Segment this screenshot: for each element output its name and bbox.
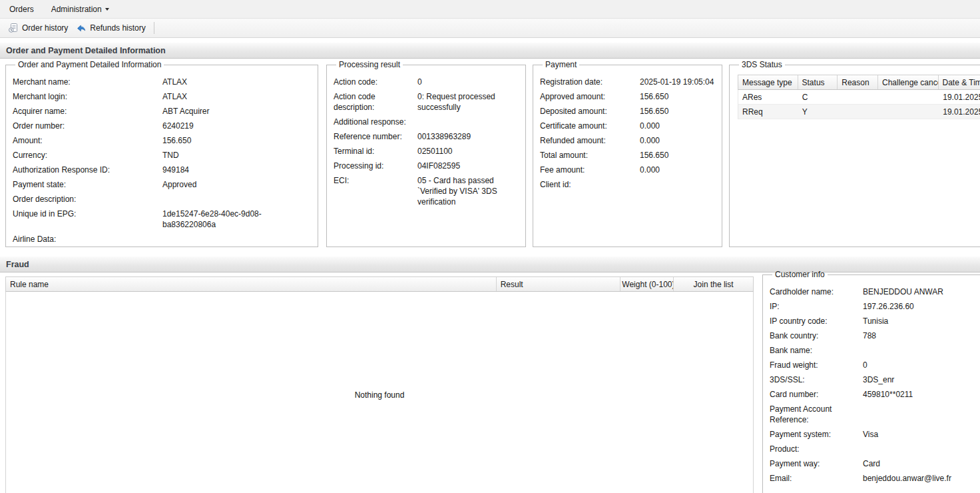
- menu-bar: Orders Administration: [0, 0, 980, 19]
- column-header[interactable]: Weight (0-100): [620, 277, 674, 291]
- field-row: Certificate amount:0.000: [540, 119, 718, 133]
- field-row: Airline Data:: [13, 232, 314, 246]
- field-row: Authorization Response ID:949184: [13, 163, 314, 177]
- field-label: Currency:: [13, 150, 162, 161]
- field-value: [863, 345, 980, 356]
- field-row: IP:197.26.236.60: [770, 299, 980, 314]
- table-cell: 19.01.2025: [939, 90, 980, 104]
- fraud-table-header: Rule nameResultWeight (0-100)Join the li…: [5, 276, 754, 292]
- field-value: benjeddou.anwar@live.fr: [863, 473, 980, 484]
- field-label: Fee amount:: [540, 165, 640, 175]
- table-row[interactable]: AResC19.01.2025: [738, 90, 980, 105]
- table-header-row: Rule nameResultWeight (0-100)Join the li…: [5, 276, 754, 292]
- field-value: 0: Request processed successfully: [417, 91, 521, 113]
- field-label: IP:: [770, 301, 863, 312]
- column-header[interactable]: Result: [497, 277, 621, 291]
- order-history-icon: [8, 23, 19, 33]
- table-row[interactable]: RReqY19.01.2025: [738, 105, 980, 119]
- table-cell: RReq: [738, 105, 798, 119]
- column-header[interactable]: Message type: [738, 75, 798, 89]
- chevron-down-icon: [105, 8, 109, 11]
- field-value: 156.650: [640, 150, 718, 161]
- field-label: Payment Account Reference:: [770, 404, 863, 425]
- column-header[interactable]: Status: [798, 75, 838, 89]
- field-row: Approved amount:156.650: [540, 89, 718, 104]
- field-value: [640, 179, 718, 190]
- table-cell: C: [798, 90, 838, 104]
- tds-status-fieldset: 3DS Status Message typeStatusReasonChall…: [729, 60, 980, 247]
- toolbar: Order history Refunds history: [0, 19, 980, 38]
- field-label: Product:: [770, 444, 863, 454]
- field-row: Merchant login:ATLAX: [13, 89, 314, 104]
- column-header[interactable]: Reason: [838, 75, 878, 89]
- field-row: Bank country:788: [770, 328, 980, 343]
- field-label: Acquirer name:: [13, 106, 162, 117]
- field-value: 0: [417, 77, 521, 87]
- payment-fieldset: Payment Registration date:2025-01-19 19:…: [533, 60, 722, 247]
- menu-item-orders[interactable]: Orders: [7, 3, 37, 16]
- order-history-button[interactable]: Order history: [4, 21, 72, 35]
- field-value: 6240219: [162, 121, 314, 131]
- field-value: 0.000: [640, 121, 718, 131]
- field-value: [162, 194, 314, 205]
- column-header[interactable]: Join the list: [674, 277, 753, 291]
- field-value: 1de15247-6e28-40ec-9d08-ba836220806a: [162, 209, 314, 230]
- field-label: Merchant name:: [13, 77, 162, 87]
- field-row: Terminal id:02501100: [334, 144, 521, 159]
- field-value: 05 - Card has passed `Verified by VISA' …: [417, 175, 521, 207]
- fieldset-legend: 3DS Status: [739, 60, 785, 69]
- field-label: Payment system:: [770, 429, 863, 440]
- table-cell: 19.01.2025: [939, 105, 980, 119]
- processing-fields: Action code:0Action code description:0: …: [334, 75, 521, 209]
- column-header[interactable]: Date & Time: [939, 75, 980, 89]
- field-value: Visa: [863, 429, 980, 440]
- field-value: 156.650: [640, 91, 718, 102]
- field-value: [162, 234, 314, 245]
- tds-status-table: Message typeStatusReasonChallenge cancel…: [738, 75, 980, 119]
- field-label: Total amount:: [540, 150, 640, 161]
- table-body: AResC19.01.2025RReqY19.01.2025: [738, 90, 980, 119]
- field-value: 949184: [162, 165, 314, 175]
- customer-fields: Cardholder name:BENJEDDOU ANWARIP:197.26…: [770, 284, 980, 486]
- field-row: Bank name:: [770, 343, 980, 358]
- field-row: Cardholder name:BENJEDDOU ANWAR: [770, 284, 980, 299]
- fraud-table-body: Nothing found: [5, 292, 754, 493]
- order-fields: Merchant name:ATLAXMerchant login:ATLAXA…: [13, 75, 314, 246]
- field-row: Total amount:156.650: [540, 148, 718, 163]
- field-value: 197.26.236.60: [863, 301, 980, 312]
- column-header[interactable]: Challenge cancel: [878, 75, 939, 89]
- refunds-history-button[interactable]: Refunds history: [72, 21, 149, 35]
- field-label: Bank country:: [770, 330, 863, 341]
- order-details-fieldset: Order and Payment Detailed Information M…: [5, 60, 318, 247]
- field-value: 3DS_enr: [863, 374, 980, 385]
- field-label: Payment way:: [770, 458, 863, 469]
- field-row: Email:benjeddou.anwar@live.fr: [770, 471, 980, 486]
- field-value: ATLAX: [162, 91, 314, 102]
- field-row: Action code:0: [334, 75, 521, 89]
- field-row: IP country code:Tunisia: [770, 314, 980, 328]
- menu-item-administration[interactable]: Administration: [49, 3, 112, 16]
- menu-item-label: Administration: [51, 5, 102, 14]
- table-cell: [838, 90, 879, 104]
- field-label: Card number:: [770, 389, 863, 400]
- field-row: 3DS/SSL:3DS_enr: [770, 372, 980, 387]
- field-label: Email:: [770, 473, 863, 484]
- fieldset-legend: Processing result: [336, 60, 403, 69]
- menu-item-label: Orders: [9, 5, 34, 14]
- field-row: Card number:459810**0211: [770, 387, 980, 402]
- field-row: Deposited amount:156.650: [540, 104, 718, 119]
- field-label: Refunded amount:: [540, 135, 640, 146]
- field-value: 156.650: [162, 135, 314, 146]
- field-row: Refunded amount:0.000: [540, 133, 718, 148]
- field-label: Certificate amount:: [540, 121, 640, 131]
- fieldset-legend: Customer info: [772, 270, 828, 279]
- payment-fields: Registration date:2025-01-19 19:05:04App…: [540, 75, 718, 192]
- field-label: Approved amount:: [540, 91, 640, 102]
- field-row: Processing id:04IF082595: [334, 159, 521, 173]
- field-label: ECI:: [334, 175, 417, 207]
- field-value: 2025-01-19 19:05:04: [640, 77, 718, 87]
- field-value: 02501100: [417, 146, 521, 157]
- field-value: 001338963289: [417, 131, 521, 142]
- field-row: Currency:TND: [13, 148, 314, 163]
- column-header[interactable]: Rule name: [6, 277, 497, 291]
